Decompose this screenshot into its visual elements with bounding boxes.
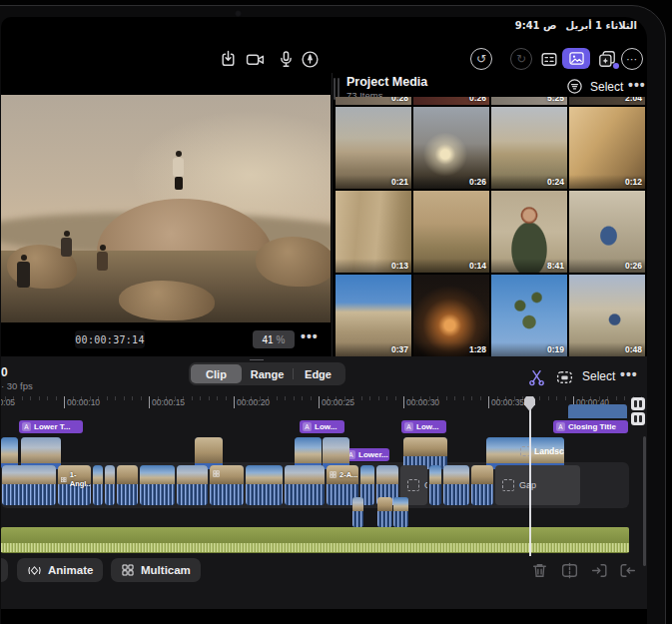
microphone-icon[interactable] (275, 48, 297, 70)
storyline-overwrite-icon[interactable] (555, 367, 574, 390)
title-clip[interactable]: ALower... (343, 448, 389, 461)
insert-after-icon[interactable] (618, 561, 638, 581)
media-thumbnail[interactable]: 2:04 (569, 97, 645, 105)
media-thumbnail[interactable]: 1:28 (413, 275, 489, 356)
media-panel-title: Project Media (346, 75, 427, 89)
ruler-tick (200, 396, 201, 400)
clip-thumbnail (1, 437, 18, 463)
title-clip[interactable]: AClosing Title (553, 420, 628, 433)
device-bezel: 9:41 ص الثلاثاء 1 أبريل (0, 5, 666, 624)
ruler-tick (226, 396, 227, 400)
clip-thumbnail (323, 437, 349, 463)
media-thumbnail[interactable]: 0:28 (336, 97, 411, 105)
clip-waveform (140, 484, 175, 505)
media-thumbnail[interactable]: 0:13 (336, 191, 411, 273)
storyline-clip[interactable] (429, 465, 441, 505)
media-thumbnail[interactable]: 0:26 (413, 97, 489, 105)
clip-appearance-button[interactable] (631, 397, 645, 410)
media-thumbnail[interactable]: 0:48 (569, 275, 645, 356)
import-icon[interactable] (217, 48, 239, 70)
connected-audio-clip[interactable] (393, 497, 408, 527)
offscreen-clip-bar[interactable] (568, 404, 627, 418)
track-height-button[interactable] (631, 412, 645, 425)
playhead-line (529, 396, 531, 556)
camera-icon[interactable] (245, 48, 267, 70)
media-thumbnail[interactable]: 5:25 (491, 97, 567, 105)
clip-thumbnail (117, 465, 138, 484)
timeline-more-icon[interactable]: ••• (620, 366, 638, 382)
more-icon[interactable]: ⋯ (621, 48, 643, 70)
storyline-clip[interactable] (105, 465, 115, 505)
media-thumbnail[interactable]: 0:21 (336, 107, 411, 189)
gap-clip[interactable]: Gap (495, 465, 580, 505)
title-icon: A (404, 422, 413, 431)
media-more-icon[interactable]: ••• (628, 77, 646, 93)
connected-audio-clip[interactable] (352, 497, 363, 527)
insert-before-icon[interactable] (590, 561, 610, 581)
ruler-tick (56, 396, 57, 400)
storyline-clip[interactable] (210, 465, 244, 505)
ruler-tick (548, 396, 549, 400)
multicam-button[interactable]: Multicam (111, 558, 201, 582)
animate-button[interactable]: Animate (17, 558, 103, 582)
clip-duration: 0:26 (469, 97, 486, 103)
media-browser-icon[interactable] (562, 48, 590, 69)
media-thumbnail[interactable]: 0:24 (491, 107, 567, 189)
ruler-tick (115, 396, 116, 400)
ruler-tick (107, 396, 108, 400)
media-thumbnail[interactable]: 8:41 (491, 191, 567, 273)
viewer-more-icon[interactable]: ••• (301, 328, 319, 344)
storyline-clip[interactable] (2, 465, 56, 505)
tool-range[interactable]: Range (242, 364, 293, 383)
storyline-clip[interactable] (140, 465, 175, 505)
media-thumbnail[interactable]: 0:26 (569, 191, 645, 273)
split-clip-icon[interactable] (560, 561, 580, 581)
tool-edge[interactable]: Edge (293, 364, 343, 383)
blade-tool-icon[interactable] (527, 367, 546, 390)
title-clip[interactable]: ALow... (401, 420, 446, 433)
media-thumbnail[interactable]: 0:26 (413, 107, 489, 189)
ruler-tick (361, 396, 362, 400)
connected-audio-clip[interactable] (377, 497, 392, 527)
storyline-clip[interactable] (246, 465, 283, 505)
clip-duration: 0:48 (625, 344, 642, 354)
storyline-clip[interactable] (177, 465, 208, 505)
ruler-tick (403, 396, 404, 408)
title-clip[interactable]: ALow... (300, 420, 344, 433)
media-thumbnail[interactable]: 0:37 (336, 275, 411, 356)
timeline-select-button[interactable]: Select (582, 369, 615, 383)
ruler-tick (30, 396, 31, 400)
storyline-clip[interactable] (93, 465, 103, 505)
storyline-clip[interactable] (443, 465, 469, 505)
effects-icon[interactable] (596, 48, 618, 70)
pencil-icon[interactable] (299, 48, 321, 70)
inspector-icon[interactable] (538, 48, 560, 70)
multicam-label: Multicam (141, 564, 191, 576)
timeline-ruler[interactable]: 00:00:0500:00:1000:00:1500:00:2000:00:25… (1, 394, 647, 416)
clip-thumbnail (195, 437, 223, 463)
media-thumbnail[interactable]: 0:19 (491, 275, 567, 356)
cropped-left-button[interactable] (1, 558, 8, 582)
ruler-tick (234, 396, 235, 408)
viewer-video[interactable] (1, 95, 331, 322)
storyline-clip[interactable] (285, 465, 325, 505)
filter-icon[interactable] (566, 78, 583, 99)
trash-icon[interactable] (530, 561, 550, 581)
media-thumbnail[interactable]: 0:14 (413, 191, 489, 273)
storyline-clip[interactable]: 1-Angl... (58, 465, 91, 505)
music-audio-clip[interactable] (1, 527, 629, 553)
zoom-control[interactable]: 41 % (253, 330, 295, 348)
media-select-button[interactable]: Select (590, 80, 623, 94)
redo-icon[interactable]: ↻ (510, 48, 532, 70)
media-thumbnail[interactable]: 0:12 (569, 107, 645, 189)
storyline-clip[interactable] (471, 465, 493, 505)
storyline-clip[interactable] (117, 465, 138, 505)
clip-duration: 1:28 (469, 344, 486, 354)
undo-icon[interactable]: ↺ (470, 48, 492, 70)
title-clip[interactable]: ALower T... (19, 420, 83, 433)
ruler-tick (556, 396, 557, 400)
tool-clip[interactable]: Clip (191, 364, 242, 383)
clip-thumbnail (2, 465, 56, 484)
timecode-display[interactable]: 00:00:37:14 (75, 330, 145, 348)
timeline-scrollbar[interactable] (643, 436, 646, 566)
